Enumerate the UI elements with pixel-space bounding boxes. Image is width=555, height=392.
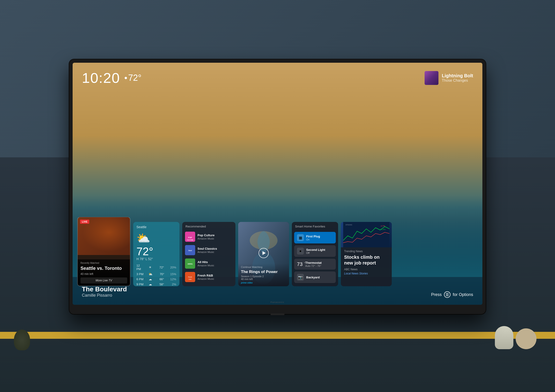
artwork-title: The Boulevard xyxy=(82,286,127,293)
continue-watching-content: Continue Watching The Rings of Power Sea… xyxy=(238,263,289,286)
album-art-image xyxy=(424,71,438,85)
weather-high-low: H 78° L 52° xyxy=(136,257,176,261)
brand-label: Panasonic xyxy=(270,301,285,303)
options-label: for Options xyxy=(453,292,473,297)
rec-thumb-1: Soul xyxy=(185,245,195,255)
smart-home-item-thermostat[interactable]: 73 ° Thermostat Auto 72° - 76° xyxy=(294,259,336,270)
rec-info-3: Fresh R&B Amazon Music xyxy=(197,274,233,280)
continue-watching-title: The Rings of Power xyxy=(241,270,286,274)
trending-news-label: Trending News xyxy=(344,250,388,253)
stock-ticker-visual: -3.7% +1.5% STOCKS xyxy=(341,222,392,247)
play-button[interactable] xyxy=(259,248,269,258)
sh-row-3: 📷 Backyard xyxy=(297,274,333,281)
smart-home-item-second-light[interactable]: ● Second Light Off xyxy=(294,245,336,257)
light-icon: ● xyxy=(297,248,304,255)
decor-plant xyxy=(14,330,30,350)
weather-low: L 52° xyxy=(146,257,153,261)
time-weather: 10:20 72° xyxy=(82,70,141,86)
card-smart-home[interactable]: Smart Home Favorites ▦ First Plug On xyxy=(292,222,338,286)
cards-row: LIVE Recently Watched Seattle vs. Toront… xyxy=(77,217,478,286)
thermostat-row: 73 ° Thermostat Auto 72° - 76° xyxy=(297,261,333,267)
menu-line-1 xyxy=(446,293,449,294)
weather-row-3: 9 PM ☁ 58° 2% xyxy=(136,282,176,286)
now-playing[interactable]: Lightning Bolt Those Changes xyxy=(424,71,473,85)
weather-time-2: 6 PM xyxy=(136,277,145,281)
temp-value: 72° xyxy=(128,73,141,83)
svg-text:CULTURE: CULTURE xyxy=(187,239,193,241)
recently-watched-label: Recently Watched xyxy=(80,262,127,264)
weather-icon-large: ⛅ xyxy=(136,232,176,245)
weather-temp-0: 72° xyxy=(156,266,164,269)
first-plug-status: On xyxy=(306,238,320,241)
weather-icon-0: ☀ xyxy=(149,266,152,269)
rec-title-3: Fresh R&B xyxy=(197,274,233,277)
camera-icon: 📷 xyxy=(297,274,304,281)
rec-thumb-3: FreshR&B xyxy=(185,272,195,282)
sh-info-3: Backyard xyxy=(306,276,320,279)
tv-wrapper: 10:20 72° Lightning Bolt Those Changes xyxy=(69,59,486,314)
weather-icon-3: ☁ xyxy=(149,282,152,286)
card-continue-watching[interactable]: Continue Watching The Rings of Power Sea… xyxy=(238,222,289,286)
smart-home-item-first-plug[interactable]: ▦ First Plug On xyxy=(294,232,336,244)
weather-row-1: 3 PM ⛅ 70° 15% xyxy=(136,271,176,277)
sh-info-1: Second Light Off xyxy=(306,248,325,254)
thermostat-name: Thermostat xyxy=(305,261,333,265)
plug-icon: ▦ xyxy=(297,234,304,241)
temperature: 72° xyxy=(125,73,141,83)
song-title: Lightning Bolt xyxy=(442,73,473,78)
song-info: Lightning Bolt Those Changes xyxy=(442,73,473,83)
rec-source-2: Amazon Music xyxy=(197,264,233,267)
trending-news-source: ABC News xyxy=(344,268,388,271)
thermostat-temp: 73 xyxy=(297,261,302,267)
card-weather[interactable]: Seattle ⛅ 72° H 78° L 52° 12 PM ☀ 72° xyxy=(133,222,179,286)
smart-home-header: Smart Home Favorites xyxy=(292,222,338,230)
weather-temp-large: 72° xyxy=(136,246,176,257)
play-icon xyxy=(263,251,266,255)
smart-home-item-backyard[interactable]: 📷 Backyard xyxy=(294,271,336,283)
rec-item-1[interactable]: Soul Soul Classics Amazon Music xyxy=(182,244,235,257)
tv-stand xyxy=(270,313,285,315)
rec-info-2: All Hits Amazon Music xyxy=(197,260,233,267)
weather-pct-3: 2% xyxy=(168,282,176,286)
press-options: Press for Options xyxy=(431,291,473,298)
continue-watching-episode: Season 1 Episode 2 xyxy=(241,275,286,278)
svg-text:-3.7%: -3.7% xyxy=(380,225,385,227)
continue-watching-label: Continue Watching xyxy=(241,266,286,268)
rec-title-1: Soul Classics xyxy=(197,247,233,251)
rec-info-1: Soul Classics Amazon Music xyxy=(197,247,233,253)
menu-icon xyxy=(444,291,451,298)
svg-text:Fresh: Fresh xyxy=(188,276,192,278)
rec-source-0: Amazon Music xyxy=(197,237,233,240)
svg-text:+1.5%: +1.5% xyxy=(380,228,386,230)
more-live-tv-button[interactable]: More Live TV xyxy=(80,277,127,283)
shelf xyxy=(0,332,555,339)
recently-watched-title: Seattle vs. Toronto xyxy=(80,266,127,271)
tv-frame: 10:20 72° Lightning Bolt Those Changes xyxy=(69,59,486,314)
weather-city: Seattle xyxy=(136,225,176,229)
weather-row-2: 6 PM ☁ 66° 12% xyxy=(136,277,176,282)
trending-news-image: -3.7% +1.5% STOCKS xyxy=(341,222,392,247)
rec-item-3[interactable]: FreshR&B Fresh R&B Amazon Music xyxy=(182,270,235,284)
svg-text:STOCKS: STOCKS xyxy=(345,224,352,226)
rec-item-0[interactable]: POPCULTURE Pop Culture Amazon Music xyxy=(182,230,235,244)
svg-text:Soul: Soul xyxy=(188,250,192,251)
card-trending-news[interactable]: -3.7% +1.5% STOCKS Trending News Stocks … xyxy=(341,222,392,286)
card-recently-watched[interactable]: LIVE Recently Watched Seattle vs. Toront… xyxy=(77,217,131,286)
weather-icon-1: ⛅ xyxy=(148,272,152,276)
weather-pct-2: 12% xyxy=(168,277,176,281)
rec-source-3: Amazon Music xyxy=(197,277,233,280)
continue-watching-time: 40 min left xyxy=(241,278,286,281)
card-recommended[interactable]: Recommended POPCULTURE Pop Culture Amazo… xyxy=(182,222,235,286)
second-light-name: Second Light xyxy=(306,248,325,251)
clock: 10:20 xyxy=(82,70,120,86)
weather-row-0: 12 PM ☀ 72° 20% xyxy=(136,263,176,271)
rec-thumb-0: POPCULTURE xyxy=(185,232,195,242)
menu-line-2 xyxy=(446,294,449,295)
rec-item-2[interactable]: AllHits All Hits Amazon Music xyxy=(182,257,235,270)
press-label: Press xyxy=(431,292,442,297)
local-news-stories-link[interactable]: Local News Stories xyxy=(344,272,388,275)
weather-temp-3: 58° xyxy=(156,282,164,286)
song-artist: Those Changes xyxy=(442,78,473,83)
recently-watched-time: 40 min left xyxy=(80,272,127,276)
recently-watched-content: Recently Watched Seattle vs. Toronto 40 … xyxy=(78,259,130,286)
